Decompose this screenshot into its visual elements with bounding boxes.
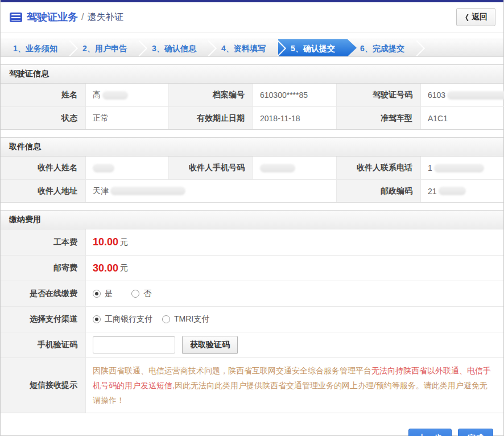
production-fee-amount: 10.00: [93, 236, 118, 248]
step-4-fill-data[interactable]: 4、资料填写: [209, 39, 278, 56]
step-6-complete-submit[interactable]: 6、完成提交: [348, 39, 417, 56]
redacted-blob: [110, 187, 185, 195]
license-business-icon: [10, 13, 22, 22]
sms-code-label: 手机验证码: [1, 332, 86, 357]
radio-tmri-icon[interactable]: [162, 315, 170, 323]
pickup-info-table: 收件人姓名 收件人手机号码 收件人联系电话 1 收件人地址 天津 邮政编码 21: [1, 157, 503, 202]
license-info-section: 驾驶证信息 姓名 高 档案编号 610300****85 驾驶证号码 6103 …: [1, 64, 503, 130]
back-button-label: 返回: [472, 12, 488, 22]
recipient-mobile-label: 收件人手机号码: [169, 157, 253, 179]
step-5-confirm-submit-active[interactable]: 5、确认提交: [278, 39, 357, 56]
file-no-value: 610300****85: [253, 84, 337, 106]
sms-notice-text: 因陕西省联通、电信运营商技术问题，陕西省互联网交通安全综合服务管理平台无法向持陕…: [86, 357, 503, 413]
sms-code-row: 获取验证码: [86, 332, 503, 357]
pickup-info-section-title: 取件信息: [1, 138, 503, 157]
status-label: 状态: [1, 106, 86, 129]
online-pay-option-no[interactable]: 否: [131, 289, 151, 299]
postal-code-label: 邮政编码: [337, 179, 421, 202]
online-pay-yes-label: 是: [105, 289, 113, 299]
payment-section: 缴纳费用 工本费 10.00元 邮寄费 30.00元 是否在线缴费 是 否: [1, 210, 503, 413]
page-header: 驾驶证业务 / 遗失补证 ❮ 返回: [1, 2, 503, 32]
sms-code-input[interactable]: [93, 336, 175, 353]
recipient-mobile-value: [253, 157, 337, 179]
license-no-label: 驾驶证号码: [337, 84, 421, 106]
fee-unit: 元: [120, 263, 128, 273]
vehicle-type-value: A1C1: [421, 106, 504, 129]
mailing-fee-label: 邮寄费: [1, 255, 86, 281]
status-value: 正常: [86, 106, 169, 129]
license-info-section-title: 驾驶证信息: [1, 65, 503, 84]
postal-code-value: 21: [421, 179, 503, 202]
name-value: 高: [86, 84, 169, 106]
channel-label: 选择支付渠道: [1, 306, 86, 332]
redacted-blob: [260, 164, 295, 172]
breadcrumb-current: 遗失补证: [87, 11, 123, 23]
channel-tmri-label: TMRI支付: [174, 314, 209, 324]
redacted-blob: [93, 164, 114, 172]
name-label: 姓名: [1, 84, 86, 106]
channel-icbc-label: 工商银行支付: [105, 314, 152, 324]
recipient-address-value: 天津: [86, 179, 337, 202]
production-fee-value: 10.00元: [86, 229, 503, 255]
recipient-phone-label: 收件人联系电话: [337, 157, 421, 179]
mailing-fee-amount: 30.00: [93, 262, 118, 274]
redacted-blob: [102, 91, 128, 100]
online-pay-options: 是 否: [86, 281, 503, 306]
channel-option-icbc[interactable]: 工商银行支付: [93, 314, 152, 324]
mailing-fee-value: 30.00元: [86, 255, 503, 281]
back-chevron-icon: ❮: [465, 13, 469, 21]
expiry-label: 有效期止日期: [169, 106, 253, 129]
payment-table: 工本费 10.00元 邮寄费 30.00元 是否在线缴费 是 否 选择支付渠道: [1, 229, 503, 413]
notice-part-1: 因陕西省联通、电信运营商技术问题，陕西省互联网交通安全综合服务管理平台: [93, 366, 371, 375]
channel-option-tmri[interactable]: TMRI支付: [162, 314, 209, 324]
online-pay-label: 是否在线缴费: [1, 281, 86, 306]
finish-button[interactable]: 完成: [458, 429, 493, 436]
production-fee-label: 工本费: [1, 229, 86, 255]
redacted-blob: [439, 187, 466, 195]
step-1-business-notice[interactable]: 1、业务须知: [1, 39, 70, 56]
pickup-info-section: 取件信息 收件人姓名 收件人手机号码 收件人联系电话 1 收件人地址 天津 邮政…: [1, 137, 503, 203]
payment-section-title: 缴纳费用: [1, 211, 503, 229]
step-3-confirm-info[interactable]: 3、确认信息: [139, 39, 209, 56]
get-code-button[interactable]: 获取验证码: [182, 336, 238, 354]
page-container: 驾驶证业务 / 遗失补证 ❮ 返回 1、业务须知 2、用户申告 3、确认信息 4…: [0, 0, 504, 436]
expiry-value: 2018-11-18: [253, 106, 337, 129]
channel-options: 工商银行支付 TMRI支付: [86, 306, 503, 332]
step-progress-bar: 1、业务须知 2、用户申告 3、确认信息 4、资料填写 5、确认提交 6、完成提…: [1, 39, 503, 57]
license-no-value: 6103: [421, 84, 504, 106]
fee-unit: 元: [120, 237, 128, 248]
recipient-address-label: 收件人地址: [1, 179, 86, 202]
vehicle-type-label: 准驾车型: [337, 106, 421, 129]
recipient-name-value: [86, 157, 169, 179]
online-pay-no-label: 否: [143, 289, 151, 299]
back-button[interactable]: ❮ 返回: [456, 8, 495, 26]
breadcrumb-separator: /: [81, 12, 84, 22]
radio-yes-checked-icon[interactable]: [93, 290, 101, 298]
step-2-user-declaration[interactable]: 2、用户申告: [70, 39, 139, 56]
previous-step-button[interactable]: 上一步: [408, 429, 452, 436]
license-info-table: 姓名 高 档案编号 610300****85 驾驶证号码 6103 状态 正常 …: [1, 84, 503, 129]
recipient-phone-value: 1: [421, 157, 503, 179]
page-title: 驾驶证业务: [27, 10, 78, 24]
online-pay-option-yes[interactable]: 是: [93, 289, 113, 299]
sms-notice-label: 短信接收提示: [1, 357, 86, 413]
redacted-blob: [434, 164, 484, 172]
radio-no-icon[interactable]: [131, 290, 139, 298]
recipient-name-label: 收件人姓名: [1, 157, 86, 179]
redacted-blob: [447, 91, 504, 100]
file-no-label: 档案编号: [169, 84, 253, 106]
radio-icbc-checked-icon[interactable]: [93, 315, 101, 323]
footer-actions: 上一步 完成: [1, 413, 503, 436]
